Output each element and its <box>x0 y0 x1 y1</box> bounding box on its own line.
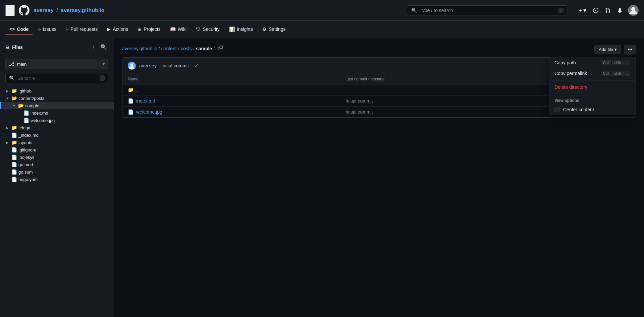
file-icon: 📄 <box>11 147 17 152</box>
expand-icon: ▶ <box>5 126 10 130</box>
tab-actions[interactable]: ▶ Actions <box>103 24 132 35</box>
tree-item-root-index[interactable]: 📄 _index.md <box>0 131 114 139</box>
tree-item-hugoyaml[interactable]: 📄 hugo.yaml <box>0 176 114 183</box>
search-bar[interactable]: 🔍 Type / to search / <box>407 5 568 15</box>
tree-item-index-md[interactable]: 📄 index.md <box>0 109 114 117</box>
svg-point-0 <box>631 7 635 11</box>
copy-path-inline-button[interactable] <box>216 45 225 52</box>
files-panel-icon: ⊟ <box>5 45 9 50</box>
tree-item-sample[interactable]: ▼ 📂 sample <box>0 102 114 109</box>
commit-check-icon: ✓ <box>194 63 199 69</box>
breadcrumb-sample: sample <box>196 46 212 51</box>
breadcrumb-posts[interactable]: posts <box>181 46 192 51</box>
tab-pull-requests[interactable]: ⑂ Pull requests <box>62 24 102 35</box>
expand-icon: ▶ <box>5 141 10 144</box>
dropdown-copy-permalink[interactable]: Copy permalink Ctrl shift , <box>549 68 636 79</box>
search-file[interactable]: 🔍 t <box>5 73 108 83</box>
folder-icon: 📂 <box>18 103 24 108</box>
add-file-button[interactable]: Add file ▾ <box>594 45 621 54</box>
tree-item-nojekyll[interactable]: 📄 .nojekyll <box>0 153 114 161</box>
file-icon: 📄 <box>11 162 17 167</box>
repo-owner[interactable]: aversey <box>34 7 54 13</box>
go-to-file-input[interactable] <box>17 76 97 81</box>
parent-dir: 📁 .. <box>128 87 345 92</box>
dropdown-menu: Copy path Ctrl shift . Copy permalink Ct… <box>549 57 636 115</box>
tab-wiki[interactable]: 📖 Wiki <box>166 24 191 35</box>
breadcrumb-repo[interactable]: aversey.github.io <box>122 46 157 51</box>
hamburger-button[interactable]: ☰ <box>5 5 15 16</box>
dropdown-center-content[interactable]: Center content <box>549 104 636 115</box>
sidebar-header: ⊟ Files ＋ 🔍 <box>0 38 114 56</box>
new-file-sidebar-button[interactable]: ＋ <box>90 42 98 52</box>
expand-icon: ▶ <box>5 89 10 93</box>
tab-insights[interactable]: 📊 Insights <box>225 24 257 35</box>
file-name-index-md[interactable]: 📄 index.md <box>128 98 345 104</box>
copy-permalink-kbd: Ctrl shift , <box>601 71 630 76</box>
file-icon: 📄 <box>11 154 17 160</box>
search-sidebar-button[interactable]: 🔍 <box>99 42 108 52</box>
tree-item-gomod[interactable]: 📄 go.mod <box>0 161 114 168</box>
bell-icon <box>617 8 623 13</box>
plus-icon: ＋▾ <box>577 6 586 14</box>
center-content-checkbox[interactable] <box>554 107 560 112</box>
more-options-button[interactable]: ••• <box>624 45 636 54</box>
tree-item-layouts[interactable]: ▶ 📁 layouts <box>0 139 114 146</box>
file-search-icon: 🔍 <box>9 75 15 81</box>
dropdown-separator-2 <box>549 94 636 94</box>
dropdown-copy-path[interactable]: Copy path Ctrl shift . <box>549 57 636 68</box>
folder-icon: 📁 <box>11 125 17 130</box>
search-slash: / <box>558 8 564 13</box>
breadcrumb-content[interactable]: content <box>161 46 177 51</box>
tree-item-gosum[interactable]: 📄 go.sum <box>0 168 114 176</box>
tab-issues[interactable]: ○ Issues <box>34 24 60 35</box>
new-item-button[interactable]: ＋▾ <box>575 4 589 16</box>
tree-item-telega[interactable]: ▶ 📁 telega <box>0 124 114 131</box>
folder-icon: 📁 <box>11 88 17 93</box>
tab-security[interactable]: 🛡 Security <box>192 24 224 35</box>
add-file-chevron-icon: ▾ <box>614 47 617 52</box>
tab-settings[interactable]: ⚙ Settings <box>258 24 290 35</box>
settings-tab-icon: ⚙ <box>262 26 267 32</box>
security-tab-icon: 🛡 <box>196 26 201 32</box>
commit-author[interactable]: aversey <box>139 63 157 68</box>
commit-author-avatar <box>128 62 136 70</box>
dropdown-separator-1 <box>549 80 636 80</box>
commit-msg-index-md: Initial commit <box>345 98 563 104</box>
file-icon: 📄 <box>23 110 29 116</box>
col-commit: Last commit message <box>345 77 563 81</box>
file-name-welcome-jpg[interactable]: 📄 welcome.jpg <box>128 109 345 115</box>
wiki-tab-icon: 📖 <box>170 26 176 32</box>
breadcrumb-sep-1: / <box>159 46 160 51</box>
tree-item-welcome-jpg[interactable]: 📄 welcome.jpg <box>0 117 114 124</box>
commit-message: Initial commit <box>161 63 189 68</box>
search-icon: 🔍 <box>411 8 417 13</box>
top-nav: ☰ aversey / aversey.github.io 🔍 Type / t… <box>0 0 644 21</box>
expand-icon: ▼ <box>11 104 17 108</box>
view-options-label: View options <box>549 96 636 104</box>
github-logo <box>19 5 30 16</box>
svg-point-1 <box>130 63 133 66</box>
breadcrumb-trailing: / <box>213 46 215 51</box>
more-icon: ••• <box>628 47 632 52</box>
user-avatar[interactable] <box>628 5 639 16</box>
repo-path: aversey / aversey.github.io <box>34 7 104 13</box>
repo-tabs: <> Code ○ Issues ⑂ Pull requests ▶ Actio… <box>0 21 644 38</box>
tab-code[interactable]: <> Code <box>5 24 33 35</box>
file-icon: 📄 <box>11 169 17 175</box>
content-toolbar: Add file ▾ ••• <box>594 45 636 54</box>
projects-tab-icon: ⊞ <box>138 26 142 32</box>
folder-icon: 📂 <box>11 96 17 101</box>
pull-requests-button[interactable] <box>602 6 613 15</box>
branch-selector[interactable]: ⎇ main ▾ <box>5 59 108 69</box>
tree-item-gitignore[interactable]: 📄 .gitignore <box>0 146 114 153</box>
issues-button[interactable] <box>590 6 601 15</box>
repo-name[interactable]: aversey.github.io <box>61 7 104 13</box>
sidebar-actions: ＋ 🔍 <box>90 42 108 52</box>
tree-item-content-posts[interactable]: ▼ 📂 content/posts <box>0 94 114 102</box>
tab-projects[interactable]: ⊞ Projects <box>133 24 165 35</box>
tree-item-github[interactable]: ▶ 📁 .github <box>0 87 114 94</box>
dropdown-delete-directory[interactable]: Delete directory <box>549 82 636 92</box>
nav-icons: ＋▾ <box>575 4 639 16</box>
notifications-button[interactable] <box>614 6 625 15</box>
insights-tab-icon: 📊 <box>229 26 235 32</box>
